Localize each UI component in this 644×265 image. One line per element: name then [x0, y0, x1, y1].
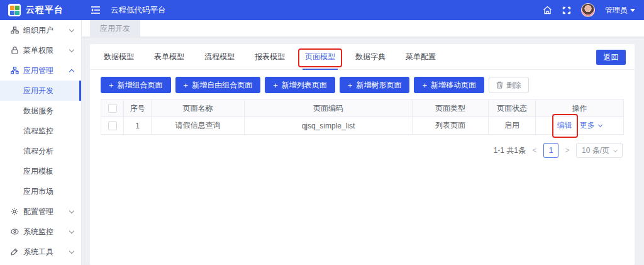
main-content-area: 应用开发 数据模型 表单模型 流程模型 报表模型 页面模型 数据字典 菜单配置 … [82, 20, 644, 265]
tab-label: 表单模型 [154, 52, 184, 62]
user-avatar[interactable] [581, 3, 595, 17]
cell-page-type: 列表页面 [413, 117, 489, 135]
toolbar: +新增组合页面 +新增自由组合页面 +新增列表页面 +新增树形页面 +新增移动页… [90, 70, 635, 93]
cell-page-status: 启用 [489, 117, 536, 135]
button-label: 新增树形页面 [356, 80, 401, 91]
chevron-down-icon [69, 208, 74, 213]
column-header-status: 页面状态 [489, 100, 536, 117]
sidebar-item-label: 组织用户 [23, 25, 70, 36]
menu-fold-icon[interactable] [91, 6, 101, 14]
sidebar-subitem-label: 应用模板 [23, 166, 53, 177]
sidebar-item-label: 配置管理 [23, 206, 70, 217]
back-button[interactable]: 返回 [596, 50, 626, 65]
page-size-value: 10 条/页 [582, 145, 609, 156]
sidebar-item-org-users[interactable]: 组织用户 [0, 20, 81, 40]
chevron-down-icon [598, 123, 602, 127]
gear-icon [10, 208, 19, 215]
tab-menu-config[interactable]: 菜单配置 [406, 44, 436, 69]
cell-page-name: 请假信息查询 [152, 117, 245, 135]
apps-icon [10, 67, 19, 74]
plus-icon: + [109, 81, 114, 90]
table-header-row: 序号 页面名称 页面编码 页面类型 页面状态 操作 [101, 100, 624, 117]
select-all-checkbox[interactable] [108, 104, 117, 113]
tab-report-model[interactable]: 报表模型 [255, 44, 285, 69]
tab-process-model[interactable]: 流程模型 [204, 44, 235, 69]
home-icon[interactable] [543, 6, 552, 14]
content-card: 数据模型 表单模型 流程模型 报表模型 页面模型 数据字典 菜单配置 返回 +新… [90, 44, 635, 265]
edit-link[interactable]: 编辑 [557, 120, 572, 131]
sidebar-item-label: 应用管理 [23, 65, 70, 76]
lock-icon [10, 47, 19, 54]
model-tabs-row: 数据模型 表单模型 流程模型 报表模型 页面模型 数据字典 菜单配置 返回 [90, 44, 635, 70]
plus-icon: + [348, 81, 353, 90]
add-free-composite-page-button[interactable]: +新增自由组合页面 [175, 77, 261, 93]
button-label: 新增组合页面 [118, 80, 163, 91]
column-header-code: 页面编码 [245, 100, 413, 117]
sidebar-item-system-monitor[interactable]: 系统监控 [0, 222, 81, 242]
delete-button[interactable]: 删除 [489, 77, 529, 93]
plus-icon: + [273, 81, 278, 90]
trash-icon [496, 81, 503, 89]
tab-form-model[interactable]: 表单模型 [154, 44, 184, 69]
sidebar-item-system-tools[interactable]: 系统工具 [0, 242, 81, 262]
column-header-index: 序号 [124, 100, 152, 117]
top-header-bar: 云程平台 云程低代码平台 管理员 [0, 0, 644, 20]
chevron-down-icon [69, 248, 74, 253]
prev-page-button[interactable]: < [531, 146, 538, 155]
tab-label: 报表模型 [255, 52, 285, 62]
tab-label: 数据模型 [104, 52, 134, 62]
row-checkbox[interactable] [108, 121, 117, 130]
sidebar-item-app-management[interactable]: 应用管理 [0, 60, 81, 81]
add-tree-page-button[interactable]: +新增树形页面 [340, 77, 410, 93]
eye-icon [10, 228, 19, 235]
workspace-tabbar: 应用开发 [82, 20, 644, 37]
sidebar-item-menu-perms[interactable]: 菜单权限 [0, 40, 81, 60]
tab-label: 数据字典 [355, 52, 386, 62]
page-size-select[interactable]: 10 条/页 [576, 143, 623, 158]
next-page-button[interactable]: > [564, 146, 570, 155]
sidebar-subitem-process-monitor[interactable]: 流程监控 [0, 121, 81, 141]
add-mobile-page-button[interactable]: +新增移动页面 [414, 77, 484, 93]
add-list-page-button[interactable]: +新增列表页面 [265, 77, 335, 93]
sidebar-subitem-label: 应用开发 [23, 86, 53, 96]
chevron-down-icon [613, 147, 618, 152]
pagination-total: 1-1 共1条 [494, 145, 526, 156]
plus-icon: + [422, 81, 427, 90]
sidebar-subitem-process-analysis[interactable]: 流程分析 [0, 141, 81, 161]
page-number-button[interactable]: 1 [543, 143, 558, 158]
table-row: 1 请假信息查询 qjsq_simple_list 列表页面 启用 编辑 更多 [101, 117, 624, 135]
plus-icon: + [184, 81, 189, 90]
sidebar-subitem-label: 流程监控 [23, 126, 53, 137]
sidebar-subitem-label: 应用市场 [23, 186, 53, 197]
cell-index: 1 [124, 117, 152, 135]
tab-label: 流程模型 [204, 52, 235, 62]
fullscreen-icon[interactable] [562, 6, 571, 14]
sidebar-subitem-data-services[interactable]: 数据服务 [0, 101, 81, 121]
pagination: 1-1 共1条 < 1 > 10 条/页 [90, 135, 635, 158]
sidebar-item-config-management[interactable]: 配置管理 [0, 201, 81, 222]
button-label: 新增自由组合页面 [192, 80, 252, 91]
platform-title: 云程低代码平台 [111, 5, 166, 16]
button-label: 删除 [506, 80, 521, 91]
tab-data-model[interactable]: 数据模型 [104, 44, 134, 69]
tab-app-dev[interactable]: 应用开发 [90, 20, 140, 37]
tab-label: 页面模型 [305, 52, 335, 62]
sidebar-subitem-label: 流程分析 [23, 146, 53, 157]
cell-page-code: qjsq_simple_list [245, 117, 413, 135]
sidebar-subitem-app-market[interactable]: 应用市场 [0, 181, 81, 201]
tab-label: 菜单配置 [406, 52, 436, 62]
button-label: 新增列表页面 [282, 80, 327, 91]
column-header-name: 页面名称 [152, 100, 245, 117]
logo[interactable]: 云程平台 [0, 4, 82, 16]
caret-down-icon [630, 9, 635, 12]
logo-text: 云程平台 [26, 4, 64, 16]
tab-page-model[interactable]: 页面模型 [305, 44, 335, 69]
more-link[interactable]: 更多 [580, 120, 602, 131]
sidebar-subitem-app-template[interactable]: 应用模板 [0, 161, 81, 181]
sidebar-subitem-app-dev[interactable]: 应用开发 [0, 81, 81, 101]
chevron-down-icon [69, 228, 74, 233]
sidebar-item-label: 系统工具 [23, 247, 70, 257]
tab-data-dictionary[interactable]: 数据字典 [355, 44, 386, 69]
user-menu[interactable]: 管理员 [605, 5, 635, 16]
add-composite-page-button[interactable]: +新增组合页面 [101, 77, 171, 93]
